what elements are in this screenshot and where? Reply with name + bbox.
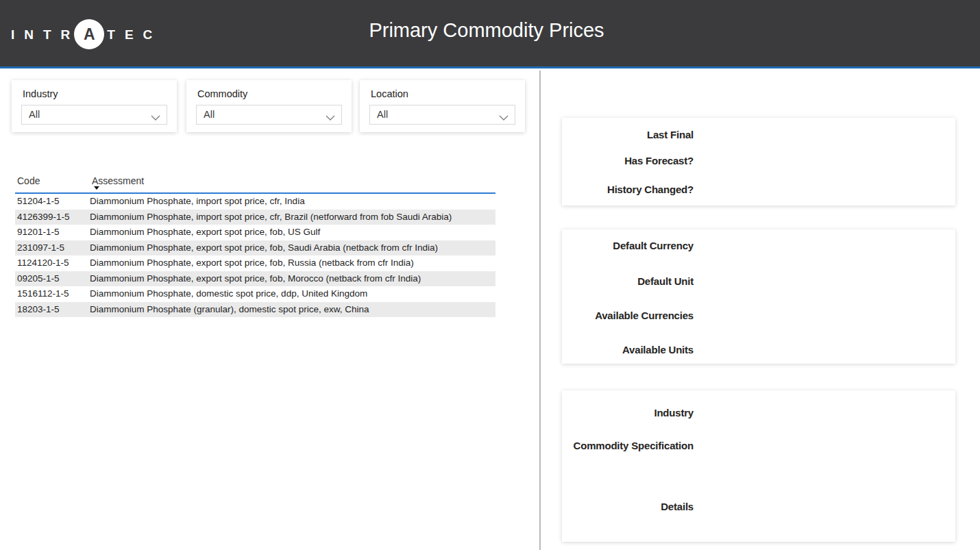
app-header: INTR A TEC Primary Commodity Prices: [0, 0, 980, 68]
report-canvas: Industry All Commodity All Location All: [0, 71, 980, 550]
sort-descending-icon: [94, 186, 99, 190]
label-default-currency: Default Currency: [562, 240, 694, 251]
cell-code: 51204-1-5: [15, 194, 90, 210]
cell-assessment: Diammonium Phosphate, domestic spot pric…: [90, 286, 495, 302]
table-row[interactable]: 4126399-1-5 Diammonium Phosphate, import…: [15, 210, 495, 225]
table-row[interactable]: 231097-1-5 Diammonium Phosphate, export …: [15, 240, 495, 256]
label-has-forecast: Has Forecast?: [562, 155, 694, 166]
table-row[interactable]: 1516112-1-5 Diammonium Phosphate, domest…: [15, 286, 495, 302]
label-available-units: Available Units: [562, 344, 694, 355]
label-available-currencies: Available Currencies: [562, 310, 694, 321]
table-row[interactable]: 09205-1-5 Diammonium Phosphate, export s…: [15, 271, 495, 287]
cell-assessment: Diammonium Phosphate, export spot price,…: [90, 255, 495, 271]
table-row[interactable]: 18203-1-5 Diammonium Phosphate (granular…: [15, 302, 495, 318]
info-card-status: Last Final Has Forecast? History Changed…: [562, 118, 955, 205]
filter-label-industry: Industry: [23, 88, 58, 99]
table-row[interactable]: 91201-1-5 Diammonium Phosphate, export s…: [15, 225, 495, 240]
cell-assessment: Diammonium Phosphate, export spot price,…: [90, 225, 495, 240]
label-last-final: Last Final: [562, 129, 694, 140]
cell-code: 1516112-1-5: [15, 286, 90, 302]
table-header-row: Code Assessment: [15, 173, 495, 194]
cell-assessment: Diammonium Phosphate, import spot price,…: [90, 194, 495, 210]
location-dropdown-value: All: [377, 109, 388, 120]
filter-card-location: Location All: [360, 80, 525, 132]
filter-label-commodity: Commodity: [197, 88, 247, 99]
table-row[interactable]: 51204-1-5 Diammonium Phosphate, import s…: [15, 194, 495, 210]
cell-code: 91201-1-5: [15, 225, 90, 240]
label-history-changed: History Changed?: [562, 184, 694, 195]
label-commodity-specification: Commodity Specification: [562, 440, 694, 451]
cell-assessment: Diammonium Phosphate, export spot price,…: [90, 240, 495, 256]
table-row[interactable]: 1124120-1-5 Diammonium Phosphate, export…: [15, 255, 495, 271]
column-header-assessment[interactable]: Assessment: [90, 173, 495, 192]
chevron-down-icon: [326, 112, 335, 124]
industry-dropdown-value: All: [29, 109, 40, 120]
filter-card-industry: Industry All: [12, 80, 177, 132]
info-card-currency-units: Default Currency Default Unit Available …: [562, 229, 955, 364]
cell-code: 4126399-1-5: [15, 210, 90, 225]
filter-label-location: Location: [371, 88, 408, 99]
cell-assessment: Diammonium Phosphate (granular), domesti…: [90, 302, 495, 318]
label-industry: Industry: [562, 407, 694, 418]
info-card-industry-details: Industry Commodity Specification Details: [562, 390, 955, 542]
page-title: Primary Commodity Prices: [0, 19, 973, 42]
cell-code: 18203-1-5: [15, 302, 90, 318]
cell-code: 231097-1-5: [15, 240, 90, 256]
industry-dropdown[interactable]: All: [21, 105, 167, 125]
commodity-dropdown[interactable]: All: [196, 105, 342, 125]
cell-assessment: Diammonium Phosphate, import spot price,…: [90, 210, 495, 225]
assessments-table: Code Assessment 51204-1-5 Diammonium Pho…: [15, 173, 495, 317]
cell-assessment: Diammonium Phosphate, export spot price,…: [90, 271, 495, 287]
commodity-dropdown-value: All: [204, 109, 215, 120]
label-details: Details: [562, 501, 694, 512]
column-header-code[interactable]: Code: [15, 173, 90, 192]
label-default-unit: Default Unit: [562, 275, 694, 287]
filter-card-commodity: Commodity All: [186, 80, 352, 132]
cell-code: 09205-1-5: [15, 271, 90, 287]
chevron-down-icon: [151, 112, 160, 124]
chevron-down-icon: [499, 112, 509, 124]
cell-code: 1124120-1-5: [15, 255, 90, 271]
vertical-divider: [539, 71, 541, 550]
location-dropdown[interactable]: All: [369, 105, 515, 125]
